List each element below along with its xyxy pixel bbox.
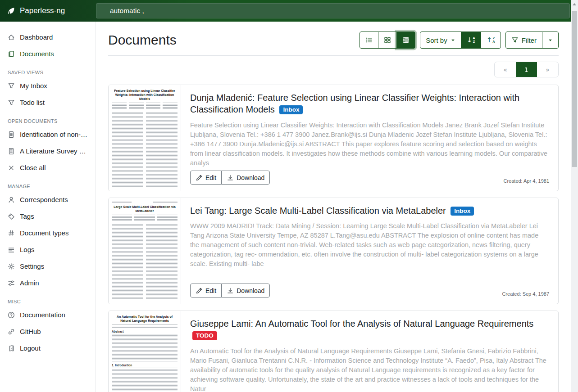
sort-by-label: Sort by [426,36,447,44]
pagination-next[interactable]: » [537,62,558,77]
page-scrollbar[interactable] [571,0,578,392]
filter-dropdown-button[interactable] [542,32,559,49]
tag-badge[interactable]: TODO [192,331,217,340]
thumbnail-text-lines [112,324,177,328]
sidebar-section-misc: MISC [8,299,88,304]
document-list: Feature Selection using Linear Classifie… [108,85,559,392]
download-icon [227,287,234,294]
top-navbar: Paperless-ng [0,0,571,22]
sidebar-item-todo-list[interactable]: Todo list [0,94,96,111]
filter-button[interactable]: Filter [505,32,542,49]
home-icon [8,34,15,41]
thumbnail-header [112,202,177,203]
sidebar-item-label: Tags [20,212,34,220]
scrollbar-up-arrow-icon[interactable] [573,3,576,5]
pencil-icon [196,174,203,181]
person-icon [8,196,15,203]
close-icon [8,164,15,171]
list-icon [365,36,373,44]
sidebar-item-dashboard[interactable]: Dashboard [0,29,96,45]
thumbnail-text-lines [163,103,177,109]
document-title-text: Giuseppe Lami: An Automatic Tool for the… [190,319,533,329]
document-thumbnail[interactable]: Large Scale Multi-Label Classification v… [109,198,181,304]
view-list-button[interactable] [360,32,378,49]
header-divider [108,55,559,56]
download-button[interactable]: Download [221,284,270,297]
sidebar-item-logs[interactable]: Logs [0,241,96,258]
sort-alpha-down-icon: ↓AZ [467,36,475,44]
thumbnail-authors [112,215,177,221]
sidebar-item-settings[interactable]: Settings [0,258,96,275]
thumbnail-text-lines [112,334,177,362]
thumbnail-section-heading: Abstract [112,330,177,333]
document-card: Feature Selection using Linear Classifie… [108,85,559,191]
document-card-footer: EditDownloadCreated: Sep 4, 1987 [190,284,549,297]
filter-icon [8,82,15,90]
download-button[interactable]: Download [221,171,270,185]
scrollbar-thumb[interactable] [572,11,577,167]
hash-icon [8,230,15,237]
tag-badge[interactable]: Inbox [451,207,474,216]
documents-icon [8,50,15,58]
sidebar-item-label: Documents [20,50,54,58]
view-details-button[interactable] [396,32,415,49]
document-card: Large Scale Multi-Label Classification v… [108,198,559,304]
document-card-content: Giuseppe Lami: An Automatic Tool for the… [181,311,558,392]
document-snippet: An Automatic Tool for the Analysis of Na… [190,347,549,392]
sidebar-item-close-all[interactable]: Close all [0,159,96,176]
thumbnail-columns [112,112,177,187]
caret-down-icon [548,38,553,43]
sidebar-section-saved-views: SAVED VIEWS [8,70,88,75]
sidebar-item-label: Close all [20,164,46,171]
edit-label: Edit [205,174,216,181]
door-icon [8,345,15,352]
pencil-icon [196,287,203,294]
funnel-icon [511,36,519,44]
sort-group: Sort by ↓AZ ↑ZA [420,32,501,49]
sidebar-item-a-literature-survey-on[interactable]: A Literature Survey on ... [0,143,96,159]
document-thumbnail[interactable]: An Automatic Tool for the Analysis of Na… [109,311,181,392]
search-input[interactable] [96,3,570,18]
sidebar-item-github[interactable]: GitHub [0,323,96,340]
sidebar-item-document-types[interactable]: Document types [0,225,96,241]
document-thumbnail[interactable]: Feature Selection using Linear Classifie… [109,85,181,191]
search-bar [96,3,571,18]
sidebar-item-label: Dashboard [20,33,53,41]
view-grid-button[interactable] [378,32,397,49]
pagination-page-1[interactable]: 1 [516,62,537,77]
sidebar-item-documentation[interactable]: Documentation [0,306,96,323]
pagination-prev[interactable]: « [495,62,516,77]
sidebar-item-documents[interactable]: Documents [0,45,96,62]
grid-icon [384,36,391,44]
thumbnail-text-lines [112,103,127,109]
sort-descending-button[interactable]: ↓AZ [461,32,481,49]
tag-badge[interactable]: Inbox [279,105,303,114]
sidebar-item-label: GitHub [20,328,41,335]
logs-icon [8,246,15,253]
sidebar-item-correspondents[interactable]: Correspondents [0,191,96,208]
document-card-content: Lei Tang: Large Scale Multi-Label Classi… [181,198,558,304]
pagination: « 1 » [494,62,559,77]
sidebar-item-admin[interactable]: Admin [0,275,96,291]
sidebar-item-label: Admin [20,279,39,287]
sidebar-item-tags[interactable]: Tags [0,208,96,225]
sidebar-item-my-inbox[interactable]: My Inbox [0,77,96,94]
sidebar-item-label: Logs [20,246,35,253]
sidebar-item-logout[interactable]: Logout [0,340,96,356]
document-title[interactable]: Dunja Mladenić: Feature Selection using … [190,92,549,116]
brand[interactable]: Paperless-ng [0,6,96,15]
sidebar-item-identification-of-non-fu[interactable]: Identification of non-fu... [0,126,96,143]
edit-button[interactable]: Edit [190,171,222,185]
thumbnail-title: Feature Selection using Linear Classifie… [112,89,177,101]
edit-button[interactable]: Edit [190,284,222,297]
document-title-text: Lei Tang: Large Scale Multi-Label Classi… [190,206,446,216]
sidebar-item-label: Todo list [20,99,45,106]
thumbnail-authors [112,103,177,109]
sort-by-button[interactable]: Sort by [420,32,461,49]
document-title[interactable]: Lei Tang: Large Scale Multi-Label Classi… [190,205,549,216]
filter-group: Filter [505,32,559,49]
document-title[interactable]: Giuseppe Lami: An Automatic Tool for the… [190,318,549,342]
sidebar-item-label: My Inbox [20,82,47,90]
sort-ascending-button[interactable]: ↑ZA [481,32,501,49]
edit-label: Edit [205,287,216,294]
